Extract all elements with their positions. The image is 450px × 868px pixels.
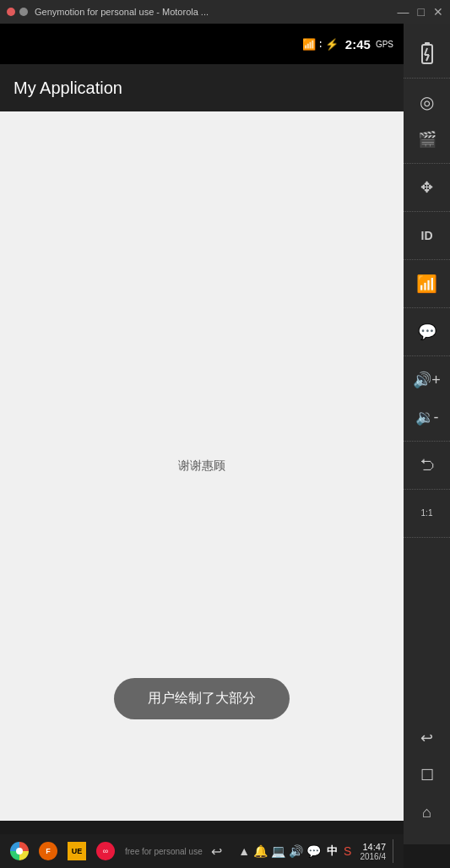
genymotion-icon: ∞ — [96, 842, 115, 860]
tray-lang-icon[interactable]: 中 — [327, 844, 338, 859]
sidebar-nav-section: ↩ ☐ ⌂ — [404, 713, 450, 838]
tray-expand-icon[interactable]: ▲ — [238, 844, 250, 858]
svg-rect-1 — [425, 42, 430, 45]
back-sidebar-icon: ↩ — [420, 729, 433, 747]
taskbar-ue[interactable]: UE — [64, 838, 89, 864]
chrome-icon — [10, 842, 29, 860]
status-time: 2:45 — [345, 37, 371, 52]
firefox-icon: F — [39, 842, 57, 860]
scale-icon: 1:1 — [421, 508, 433, 518]
minimize-button[interactable]: — — [398, 6, 409, 18]
window-circles — [7, 8, 28, 16]
camera-sidebar-btn[interactable]: ◎ — [410, 85, 444, 119]
tray-volume-icon[interactable]: 🔊 — [289, 844, 303, 858]
taskbar-time-display: 14:47 — [362, 842, 386, 852]
nfc-sidebar-btn[interactable]: 📶 — [410, 267, 444, 301]
taskbar-date-display: 2016/4 — [360, 852, 386, 861]
sidebar-battery-section — [404, 30, 450, 79]
battery-sidebar-btn[interactable] — [410, 37, 444, 71]
scale-sidebar-btn[interactable]: 1:1 — [410, 496, 444, 530]
video-icon: 🎬 — [418, 130, 436, 149]
vol-down-sidebar-btn[interactable]: 🔉- — [410, 400, 444, 434]
taskbar-chrome[interactable] — [7, 838, 32, 864]
move-icon: ✥ — [420, 178, 433, 197]
svg-line-2 — [425, 48, 427, 55]
circle-red — [7, 8, 15, 16]
system-tray: ▲ 🔔 💻 🔊 💬 中 S — [238, 844, 351, 859]
sidebar-sms-section: 💬 — [404, 308, 450, 356]
right-sidebar: ◎ 🎬 ✥ ID 📶 💬 🔊+ 🔉- — [404, 24, 450, 844]
free-label: free for personal use — [125, 847, 203, 856]
title-bar: Genymotion for personal use - Motorola .… — [0, 0, 450, 24]
sidebar-id-section: ID — [404, 212, 450, 260]
sidebar-rotate-section: ⮌ — [404, 442, 450, 490]
window-title: Genymotion for personal use - Motorola .… — [35, 7, 398, 17]
taskbar-firefox[interactable]: F — [35, 838, 61, 864]
sidebar-nfc-section: 📶 — [404, 260, 450, 308]
maximize-button[interactable]: □ — [418, 6, 425, 18]
sidebar-scale-section: 1:1 — [404, 490, 450, 538]
sidebar-camera-section: ◎ 🎬 — [404, 79, 450, 164]
app-content: 谢谢惠顾 用户绘制了大部分 — [0, 111, 404, 821]
sidebar-move-section: ✥ — [404, 164, 450, 212]
tray-chat-icon[interactable]: 💬 — [306, 844, 321, 858]
taskbar-back-icon[interactable]: ↩ — [211, 844, 222, 860]
circle-2 — [19, 8, 28, 16]
wifi-icon: 📶 — [302, 38, 316, 51]
gps-label: GPS — [376, 40, 393, 49]
camera-icon: ◎ — [420, 92, 434, 112]
sidebar-volume-section: 🔊+ 🔉- — [404, 356, 450, 442]
app-title: My Application — [14, 79, 122, 98]
id-sidebar-btn[interactable]: ID — [410, 219, 444, 252]
recents-sidebar-icon: ☐ — [420, 766, 434, 784]
vol-down-icon: 🔉- — [415, 408, 439, 426]
vol-up-sidebar-btn[interactable]: 🔊+ — [410, 363, 444, 397]
battery-sidebar-icon — [420, 41, 435, 67]
close-button[interactable]: ✕ — [433, 6, 443, 18]
video-sidebar-btn[interactable]: 🎬 — [410, 122, 444, 156]
phone-screen: 📶 ∶ ⚡ 2:45 GPS My Application 谢谢惠顾 用户绘制了… — [0, 24, 404, 868]
home-sidebar-btn[interactable]: ⌂ — [410, 795, 444, 829]
main-button[interactable]: 用户绘制了大部分 — [114, 678, 290, 719]
recents-sidebar-btn[interactable]: ☐ — [410, 758, 444, 792]
status-icons: 📶 ∶ ⚡ 2:45 GPS — [302, 37, 393, 52]
app-toolbar: My Application — [0, 64, 404, 111]
sms-icon: 💬 — [418, 323, 436, 341]
rotate-sidebar-btn[interactable]: ⮌ — [410, 448, 444, 482]
signal-icon: ∶ — [319, 38, 322, 51]
battery-charging-icon: ⚡ — [325, 38, 339, 51]
tray-app-icon[interactable]: S — [344, 844, 351, 858]
nfc-icon: 📶 — [416, 274, 437, 294]
home-sidebar-icon: ⌂ — [422, 804, 431, 822]
back-sidebar-btn[interactable]: ↩ — [410, 721, 444, 755]
tray-notification-icon[interactable]: 🔔 — [253, 844, 268, 858]
windows-taskbar: F UE ∞ free for personal use ↩ ▲ 🔔 💻 🔊 💬… — [0, 834, 404, 868]
rotate-icon: ⮌ — [420, 457, 435, 475]
content-text: 谢谢惠顾 — [178, 458, 225, 474]
taskbar-genymotion[interactable]: ∞ — [93, 838, 118, 864]
id-icon: ID — [421, 229, 433, 242]
svg-line-4 — [426, 55, 429, 61]
tray-monitor-icon[interactable]: 💻 — [271, 844, 285, 858]
sms-sidebar-btn[interactable]: 💬 — [410, 315, 444, 349]
show-desktop-button[interactable] — [393, 839, 397, 863]
ue-icon: UE — [68, 842, 86, 860]
window-controls[interactable]: — □ ✕ — [398, 6, 443, 18]
vol-up-icon: 🔊+ — [413, 371, 441, 389]
move-sidebar-btn[interactable]: ✥ — [410, 171, 444, 204]
taskbar-clock: 14:47 2016/4 — [360, 842, 386, 861]
android-status-bar: 📶 ∶ ⚡ 2:45 GPS — [0, 24, 404, 64]
